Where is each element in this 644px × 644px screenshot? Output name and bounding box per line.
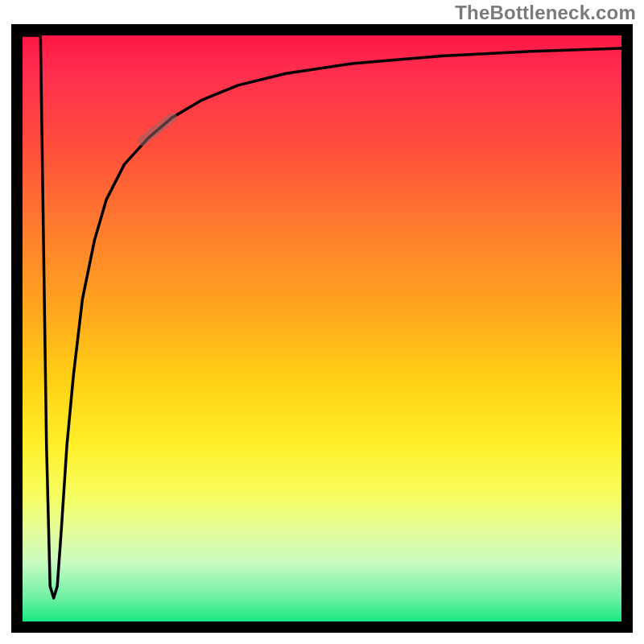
chart-svg: [23, 35, 621, 621]
highlight-segment: [142, 118, 172, 141]
attribution-label: TheBottleneck.com: [455, 2, 636, 24]
bottleneck-curve: [23, 35, 621, 598]
plot-frame: [11, 24, 633, 633]
chart-container: TheBottleneck.com: [0, 0, 644, 644]
